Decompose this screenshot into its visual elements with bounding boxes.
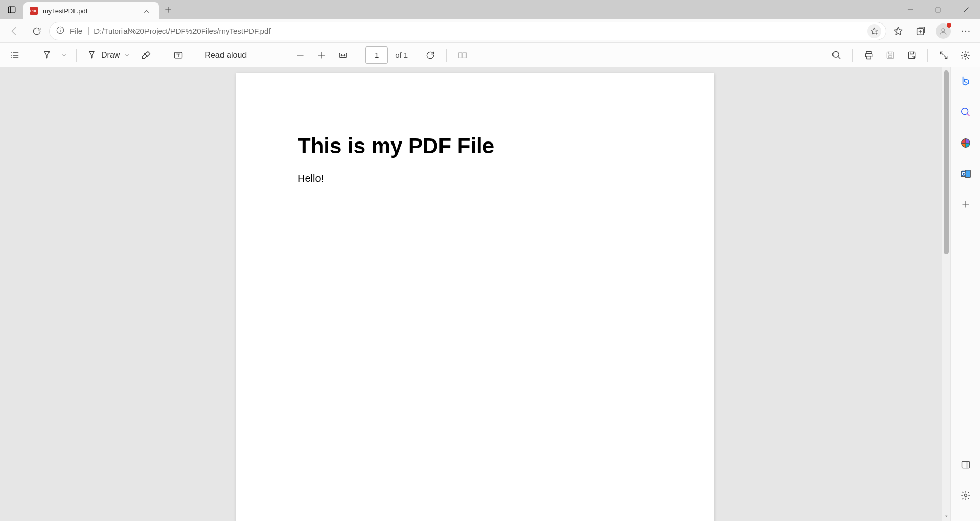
sidebar-panel-toggle[interactable] (955, 455, 976, 475)
bing-chat-button[interactable] (955, 72, 976, 92)
erase-button[interactable] (136, 45, 156, 65)
svg-rect-26 (965, 170, 970, 178)
url-text: D:/Tutorial%20Project/PDF%20Files/myTest… (94, 27, 862, 35)
page-number-input[interactable] (365, 46, 388, 64)
sidebar-add-button[interactable] (955, 194, 976, 215)
svg-point-29 (964, 494, 967, 497)
site-info-icon[interactable] (56, 26, 65, 36)
print-button[interactable] (859, 45, 878, 65)
find-button[interactable] (827, 45, 846, 65)
highlight-dropdown[interactable] (59, 45, 70, 65)
save-button[interactable] (880, 45, 900, 65)
collections-button[interactable] (911, 21, 931, 41)
page-view-button[interactable] (453, 45, 472, 65)
highlight-button[interactable] (37, 45, 57, 65)
document-heading: This is my PDF File (298, 134, 653, 158)
contents-button[interactable] (5, 45, 24, 65)
svg-rect-15 (463, 52, 467, 58)
browser-tab[interactable]: PDF myTestPDF.pdf (23, 2, 159, 19)
new-tab-button[interactable] (159, 0, 178, 19)
outlook-button[interactable] (955, 163, 976, 184)
titlebar: PDF myTestPDF.pdf (0, 0, 980, 19)
svg-point-10 (11, 55, 12, 56)
window-maximize-button[interactable] (924, 0, 952, 19)
document-body-text: Hello! (298, 173, 653, 184)
favorites-button[interactable] (888, 21, 909, 41)
add-favorite-with-collections-button[interactable] (867, 24, 881, 38)
avatar-icon (936, 23, 951, 39)
scrollbar-thumb[interactable] (944, 70, 949, 254)
read-aloud-button[interactable]: Read aloud (201, 45, 251, 65)
svg-rect-21 (889, 55, 892, 57)
svg-point-5 (942, 28, 945, 31)
svg-rect-28 (962, 461, 969, 468)
main-area: This is my PDF File Hello! (0, 67, 980, 521)
vertical-scrollbar[interactable] (942, 67, 950, 521)
pdf-page: This is my PDF File Hello! (236, 73, 714, 521)
svg-rect-14 (459, 52, 462, 58)
tab-close-button[interactable] (140, 5, 153, 17)
svg-point-11 (11, 57, 12, 58)
fullscreen-button[interactable] (934, 45, 953, 65)
svg-rect-19 (867, 56, 871, 59)
svg-point-9 (11, 52, 12, 53)
url-scheme-label: File (70, 27, 89, 35)
pdf-settings-button[interactable] (955, 45, 975, 65)
profile-button[interactable] (933, 21, 953, 41)
window-close-button[interactable] (952, 0, 980, 19)
svg-rect-1 (936, 8, 940, 12)
nav-back-button[interactable] (4, 21, 24, 41)
pdf-file-icon: PDF (30, 7, 38, 15)
zoom-in-button[interactable] (312, 45, 331, 65)
save-as-button[interactable] (902, 45, 921, 65)
address-bar: File D:/Tutorial%20Project/PDF%20Files/m… (0, 19, 980, 42)
tab-actions-button[interactable] (0, 0, 23, 19)
microsoft365-button[interactable] (955, 133, 976, 153)
svg-rect-0 (8, 7, 15, 13)
page-count-label: of 1 (395, 51, 408, 59)
draw-label: Draw (101, 51, 120, 60)
draw-button[interactable]: Draw (83, 45, 134, 65)
zoom-out-button[interactable] (290, 45, 310, 65)
fit-width-button[interactable] (333, 45, 353, 65)
svg-point-6 (962, 30, 963, 31)
edge-right-sidebar (950, 67, 980, 521)
more-menu-button[interactable] (955, 21, 976, 41)
add-text-button[interactable] (168, 45, 188, 65)
read-aloud-label: Read aloud (205, 51, 247, 60)
scroll-down-arrow-icon[interactable] (942, 512, 950, 521)
omnibox[interactable]: File D:/Tutorial%20Project/PDF%20Files/m… (49, 22, 886, 40)
sidebar-settings-button[interactable] (955, 485, 976, 506)
svg-point-8 (968, 30, 969, 31)
rotate-button[interactable] (421, 45, 440, 65)
tab-title: myTestPDF.pdf (43, 7, 135, 15)
svg-point-23 (964, 54, 967, 56)
document-viewport[interactable]: This is my PDF File Hello! (0, 67, 950, 521)
nav-refresh-button[interactable] (27, 21, 47, 41)
pdf-toolbar: Draw Read aloud of 1 (0, 42, 980, 67)
sidebar-search-button[interactable] (955, 102, 976, 123)
svg-point-7 (965, 30, 966, 31)
window-minimize-button[interactable] (896, 0, 924, 19)
